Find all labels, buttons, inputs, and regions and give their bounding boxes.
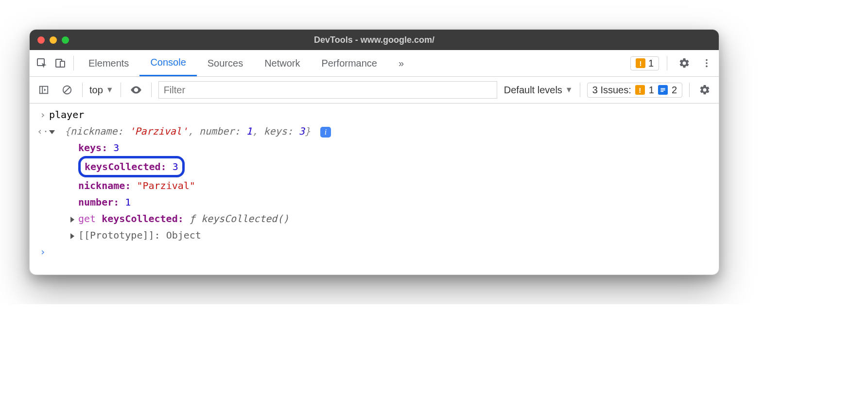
property-row-number: number: 1 — [30, 194, 719, 210]
chevron-down-icon: ▼ — [106, 86, 114, 94]
svg-rect-14 — [660, 91, 663, 92]
maximize-window-icon[interactable] — [62, 36, 69, 44]
property-key: [[Prototype]]: — [78, 229, 160, 241]
inspect-element-icon[interactable] — [33, 54, 51, 72]
toolbar-warn-count: 1 — [648, 58, 654, 69]
svg-line-10 — [65, 87, 70, 93]
svg-point-3 — [706, 59, 708, 61]
issues-info-count: 2 — [672, 85, 677, 96]
property-row-getter: get keysCollected: ƒ keysCollected() — [30, 210, 719, 227]
issues-label: 3 Issues: — [592, 85, 631, 96]
tab-elements[interactable]: Elements — [78, 50, 139, 76]
warning-icon: ! — [636, 58, 645, 68]
property-row-prototype: [[Prototype]]: Object — [30, 227, 719, 243]
context-label: top — [89, 85, 103, 96]
tab-sources[interactable]: Sources — [197, 50, 254, 76]
clear-console-icon[interactable] — [59, 82, 75, 98]
separator — [73, 56, 74, 70]
console-result-row: ‹· {nickname: 'Parzival', number: 1, key… — [30, 123, 719, 139]
separator — [151, 83, 152, 97]
property-value: "Parzival" — [137, 180, 195, 191]
warning-icon: ! — [635, 85, 645, 95]
log-level-selector[interactable]: Default levels ▼ — [504, 85, 573, 96]
console-toolbar: top ▼ Default levels ▼ 3 Issues: ! 1 2 — [30, 77, 719, 104]
property-key: nickname: — [78, 180, 131, 191]
separator — [667, 56, 667, 70]
toggle-sidebar-icon[interactable] — [35, 82, 52, 98]
property-value: 3 — [173, 161, 178, 172]
chevron-down-icon: ▼ — [565, 86, 573, 94]
expand-toggle-icon[interactable] — [49, 125, 57, 137]
property-key: number: — [78, 196, 119, 208]
property-key: keysCollected: — [102, 213, 184, 224]
separator — [82, 83, 83, 97]
expand-toggle-icon[interactable] — [70, 229, 76, 241]
svg-rect-2 — [60, 61, 65, 67]
property-row-nickname: nickname: "Parzival" — [30, 177, 719, 194]
object-summary[interactable]: {nickname: 'Parzival', number: 1, keys: … — [65, 125, 316, 137]
expand-toggle-icon[interactable] — [70, 213, 76, 224]
window-title: DevTools - www.google.com/ — [30, 35, 719, 45]
toolbar-issues-button[interactable]: ! 1 — [630, 56, 659, 70]
property-value: Object — [166, 229, 201, 241]
svg-marker-8 — [44, 88, 46, 91]
separator — [689, 83, 690, 97]
log-level-label: Default levels — [504, 85, 562, 96]
svg-rect-6 — [40, 86, 48, 94]
tab-network[interactable]: Network — [254, 50, 311, 76]
issues-warn-count: 1 — [649, 85, 654, 96]
kebab-menu-icon[interactable] — [697, 54, 716, 72]
input-chevron-icon: › — [36, 106, 49, 123]
console-input-text: player — [49, 106, 712, 123]
property-value: 3 — [113, 142, 119, 154]
title-bar: DevTools - www.google.com/ — [30, 30, 719, 50]
getter-prefix: get — [78, 213, 96, 224]
filter-input[interactable] — [158, 81, 497, 99]
prompt-chevron-icon: › — [36, 243, 49, 260]
close-window-icon[interactable] — [37, 36, 45, 44]
svg-point-11 — [135, 89, 137, 91]
console-output: › player ‹· {nickname: 'Parzival', numbe… — [30, 104, 719, 275]
property-value: 1 — [125, 196, 131, 208]
console-prompt-row[interactable]: › — [30, 243, 719, 260]
svg-point-5 — [706, 66, 708, 68]
issues-summary[interactable]: 3 Issues: ! 1 2 — [587, 83, 682, 98]
live-expression-icon[interactable] — [128, 82, 144, 98]
console-settings-icon[interactable] — [696, 82, 713, 98]
device-toolbar-icon[interactable] — [51, 54, 69, 72]
property-row-keyscollected: keysCollected: 3 — [30, 156, 719, 177]
info-icon[interactable]: i — [320, 127, 331, 138]
devtools-window: DevTools - www.google.com/ Elements Cons… — [29, 29, 719, 275]
property-row-keys: keys: 3 — [30, 139, 719, 156]
tab-performance[interactable]: Performance — [311, 50, 388, 76]
info-icon — [658, 85, 668, 95]
svg-rect-13 — [660, 89, 665, 90]
console-input-row: › player — [30, 106, 719, 123]
property-value: ƒ keysCollected() — [190, 213, 289, 224]
output-chevron-icon: ‹· — [36, 123, 49, 139]
tab-bar: Elements Console Sources Network Perform… — [30, 50, 719, 77]
property-key: keys: — [78, 142, 107, 154]
property-key: keysCollected: — [85, 161, 167, 172]
context-selector[interactable]: top ▼ — [89, 85, 114, 96]
separator — [121, 83, 121, 97]
highlight-annotation: keysCollected: 3 — [78, 156, 185, 177]
svg-rect-12 — [660, 88, 665, 89]
traffic-lights — [37, 36, 69, 44]
minimize-window-icon[interactable] — [50, 36, 57, 44]
tab-more[interactable]: » — [388, 50, 415, 76]
separator — [580, 83, 580, 97]
tab-console[interactable]: Console — [139, 50, 196, 76]
svg-point-4 — [706, 62, 708, 64]
settings-icon[interactable] — [675, 54, 694, 72]
